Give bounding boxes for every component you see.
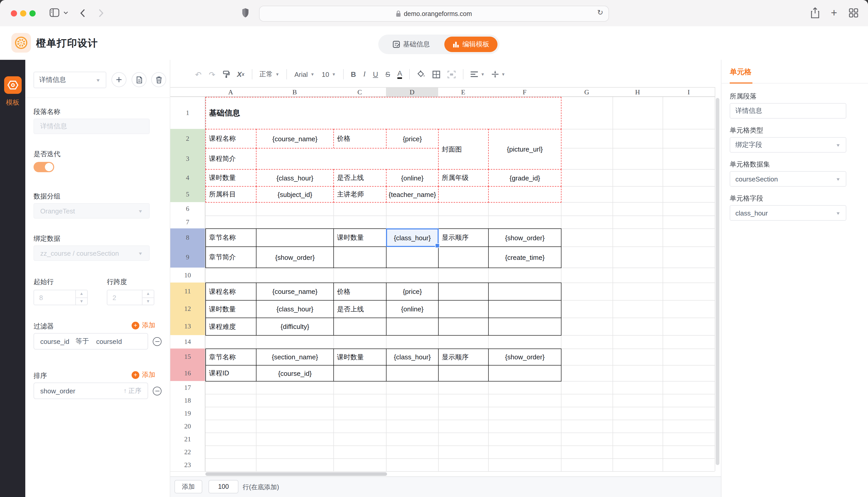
sheet-cell-F9[interactable]: {create_time} xyxy=(488,246,562,268)
sheet-cell-E15[interactable]: 显示顺序 xyxy=(438,349,489,366)
sheet-cell-F12[interactable] xyxy=(488,300,562,318)
remove-sort-button[interactable] xyxy=(153,387,162,395)
sheet-cell-B13[interactable]: {difficulty} xyxy=(256,317,334,336)
sheet-cell-C15[interactable]: 课时数量 xyxy=(333,349,387,366)
row-header-18[interactable]: 18 xyxy=(170,394,205,407)
column-header-E[interactable]: E xyxy=(438,87,489,97)
sheet-cell-F11[interactable] xyxy=(488,283,562,301)
sheet-cell-B3[interactable] xyxy=(256,148,439,170)
step-up-icon[interactable]: ▲ xyxy=(76,290,87,298)
step-down-icon[interactable]: ▼ xyxy=(76,298,87,305)
italic-icon[interactable]: I xyxy=(363,70,366,79)
sheet-cell-B9[interactable]: {show_order} xyxy=(256,246,334,268)
row-header-14[interactable]: 14 xyxy=(170,335,205,349)
sheet-cell-F2[interactable]: {picture_url} xyxy=(488,129,562,170)
sheet-cell-E13[interactable] xyxy=(438,317,489,336)
sort-rule[interactable]: show_order ↑ 正序 xyxy=(33,383,148,399)
sheet-cell-A3[interactable]: 课程简介 xyxy=(205,148,257,170)
sheet-cell-B12[interactable]: {class_hour} xyxy=(256,300,334,318)
sheet-cell-F5[interactable] xyxy=(488,186,562,203)
horizontal-align-select[interactable]: ▼ xyxy=(471,71,485,77)
sheet-cell-A4[interactable]: 课时数量 xyxy=(205,169,257,187)
row-header-4[interactable]: 4 xyxy=(170,169,205,187)
row-header-11[interactable]: 11 xyxy=(170,283,205,301)
bold-icon[interactable]: B xyxy=(351,70,356,79)
row-header-13[interactable]: 13 xyxy=(170,317,205,336)
row-header-16[interactable]: 16 xyxy=(170,365,205,382)
sheet-cell-D13[interactable] xyxy=(386,317,439,336)
sheet-cell-C4[interactable]: 是否上线 xyxy=(333,169,387,187)
sheet-cell-E9[interactable] xyxy=(438,246,489,268)
sheet-cell-A13[interactable]: 课程难度 xyxy=(205,317,257,336)
sheet-cell-D9[interactable] xyxy=(386,246,439,268)
tab-overview-icon[interactable] xyxy=(849,8,858,17)
sheet-cell-A16[interactable]: 课程ID xyxy=(205,365,257,382)
iterate-toggle[interactable] xyxy=(33,162,54,172)
filter-rule[interactable]: course_id 等于 courseId xyxy=(33,333,148,350)
bind-data-select[interactable]: zz_course / courseSection▼ xyxy=(33,245,150,261)
row-header-23[interactable]: 23 xyxy=(170,458,205,472)
row-header-21[interactable]: 21 xyxy=(170,432,205,446)
zoom-window-icon[interactable] xyxy=(29,10,36,16)
sheet-cell-C5[interactable]: 主讲老师 xyxy=(333,186,387,203)
vertical-scrollbar[interactable] xyxy=(716,98,719,465)
clear-format-icon[interactable]: Xx xyxy=(237,70,244,79)
sheet-cell-C2[interactable]: 价格 xyxy=(333,129,387,148)
column-header-F[interactable]: F xyxy=(488,87,562,97)
fill-color-icon[interactable] xyxy=(417,70,426,79)
sheet-cell-B5[interactable]: {subject_id} xyxy=(256,186,334,203)
row-span-stepper[interactable]: 2 ▲▼ xyxy=(107,290,154,305)
sheet-cell-A1[interactable]: 基础信息 xyxy=(205,97,562,129)
sheet-cell-B11[interactable]: {course_name} xyxy=(256,283,334,301)
sheet-cell-F16[interactable] xyxy=(488,365,562,382)
sheet-cell-A11[interactable]: 课程名称 xyxy=(205,283,257,301)
sheet-cell-F15[interactable]: {show_order} xyxy=(488,349,562,366)
remove-filter-button[interactable] xyxy=(153,337,162,346)
sheet-cell-D12[interactable]: {online} xyxy=(386,300,439,318)
back-icon[interactable] xyxy=(80,9,85,17)
sheet-cell-B15[interactable]: {section_name} xyxy=(256,349,334,366)
font-size-select[interactable]: 10▼ xyxy=(322,70,336,78)
sheet-cell-C8[interactable]: 课时数量 xyxy=(333,228,387,247)
tab-basic-info[interactable]: 基础信息 xyxy=(393,40,430,49)
column-header-A[interactable]: A xyxy=(205,87,257,97)
column-header-D[interactable]: D xyxy=(386,87,439,97)
sheet-cell-A2[interactable]: 课程名称 xyxy=(205,129,257,148)
row-header-9[interactable]: 9 xyxy=(170,246,205,268)
sheet-cell-A8[interactable]: 章节名称 xyxy=(205,228,257,247)
column-header-I[interactable]: I xyxy=(663,87,715,97)
cell-type-select[interactable]: 绑定字段▼ xyxy=(730,137,846,153)
sheet-cell-C16[interactable] xyxy=(333,365,387,382)
vertical-align-select[interactable]: ▼ xyxy=(492,71,506,78)
selection-handle[interactable] xyxy=(435,243,440,248)
merge-cells-icon[interactable] xyxy=(448,70,456,78)
close-window-icon[interactable] xyxy=(11,10,17,16)
row-header-19[interactable]: 19 xyxy=(170,407,205,420)
add-filter-link[interactable]: +添加 xyxy=(132,321,155,330)
sheet-cell-B2[interactable]: {course_name} xyxy=(256,129,334,148)
row-header-1[interactable]: 1 xyxy=(170,97,205,129)
row-header-15[interactable]: 15 xyxy=(170,349,205,366)
sheet-cell-E12[interactable] xyxy=(438,300,489,318)
row-header-20[interactable]: 20 xyxy=(170,420,205,433)
row-header-17[interactable]: 17 xyxy=(170,381,205,394)
sheet-cell-E11[interactable] xyxy=(438,283,489,301)
forward-icon[interactable] xyxy=(99,9,104,17)
row-header-5[interactable]: 5 xyxy=(170,186,205,203)
add-rows-count-input[interactable]: 100 xyxy=(208,480,238,493)
sheet-corner[interactable] xyxy=(170,87,206,97)
address-bar[interactable]: demo.orangeforms.com ↻ xyxy=(259,6,609,22)
nav-rail-template-label[interactable]: 模板 xyxy=(0,98,25,107)
number-format-select[interactable]: 正常▼ xyxy=(259,70,279,79)
sheet-cell-B16[interactable]: {course_id} xyxy=(256,365,334,382)
sheet-cell-E8[interactable]: 显示顺序 xyxy=(438,228,489,247)
sheet-cell-A15[interactable]: 章节名称 xyxy=(205,349,257,366)
sheet-cell-C12[interactable]: 是否上线 xyxy=(333,300,387,318)
sheet-cell-D5[interactable]: {teacher_name} xyxy=(386,186,439,203)
delete-section-button[interactable] xyxy=(151,72,166,87)
step-up-icon[interactable]: ▲ xyxy=(142,290,154,298)
row-header-12[interactable]: 12 xyxy=(170,300,205,318)
sheet-cell-D11[interactable]: {price} xyxy=(386,283,439,301)
sheet-cell-B4[interactable]: {class_hour} xyxy=(256,169,334,187)
sheet-cell-D4[interactable]: {online} xyxy=(386,169,439,187)
